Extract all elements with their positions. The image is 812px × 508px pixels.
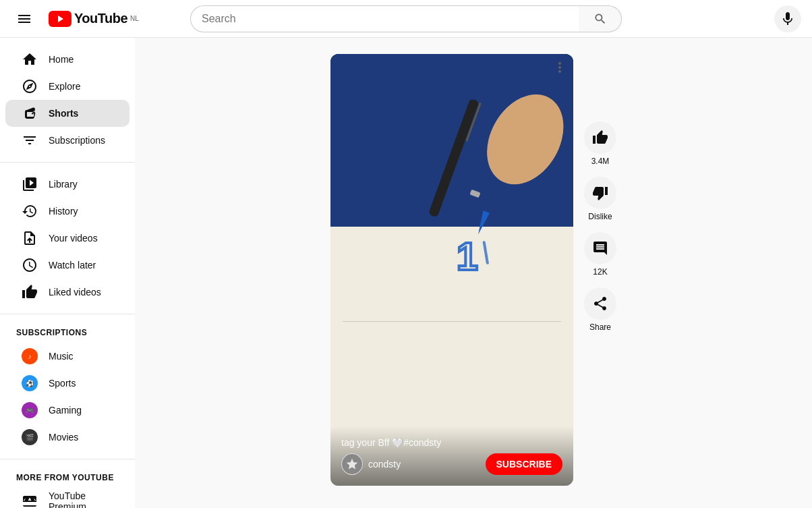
header-right — [666, 5, 801, 32]
comment-button[interactable]: 12K — [584, 232, 616, 277]
video-channel-row: condsty SUBSCRIBE — [341, 453, 562, 475]
dislike-label: Dislike — [588, 212, 612, 221]
svg-rect-4 — [428, 98, 480, 218]
dislike-icon-container — [584, 177, 616, 209]
sidebar-gaming-label: Gaming — [49, 405, 82, 416]
shorts-icon — [22, 105, 38, 121]
header-left: YouTubeNL — [11, 5, 146, 32]
video-more-options-button[interactable] — [552, 59, 568, 76]
like-count: 3.4M — [591, 157, 610, 166]
video-caption: tag your Bff 🤍#condsty — [341, 437, 562, 448]
svg-text:1: 1 — [457, 235, 478, 278]
sidebar-item-shorts[interactable]: Shorts — [5, 100, 129, 127]
sidebar-item-gaming[interactable]: 🎮 Gaming — [5, 397, 129, 424]
sidebar-your-videos-label: Your videos — [49, 233, 98, 244]
sidebar-liked-videos-label: Liked videos — [49, 287, 101, 298]
sidebar-home-label: Home — [49, 54, 74, 65]
explore-icon — [22, 78, 38, 94]
svg-rect-7 — [469, 190, 480, 198]
sidebar-divider-3 — [0, 459, 135, 459]
movies-avatar: 🎬 — [22, 429, 38, 445]
history-icon — [22, 203, 38, 219]
sidebar-item-library[interactable]: Library — [5, 171, 129, 198]
paper-line — [343, 321, 561, 322]
main-content: 1 tag your Bff 🤍#condsty — [135, 38, 812, 502]
svg-marker-5 — [475, 210, 490, 235]
video-content[interactable]: 1 tag your Bff 🤍#condsty — [330, 54, 573, 486]
thumbs-up-icon — [592, 130, 608, 146]
share-icon — [592, 295, 608, 312]
dislike-button[interactable]: Dislike — [584, 177, 616, 221]
youtube-wordmark: YouTube — [74, 11, 127, 26]
thumbs-down-icon — [592, 185, 608, 201]
sidebar-divider-2 — [0, 314, 135, 314]
sidebar-history-label: History — [49, 206, 78, 217]
shorts-container: 1 tag your Bff 🤍#condsty — [330, 54, 616, 486]
action-buttons: 3.4M Dislike 12K — [584, 54, 616, 332]
sidebar-item-history[interactable]: History — [5, 198, 129, 225]
sidebar-movies-label: Movies — [49, 432, 78, 443]
hand-with-pen: 1 — [415, 76, 573, 313]
channel-name: condsty — [368, 459, 480, 470]
sidebar-item-explore[interactable]: Explore — [5, 73, 129, 100]
sidebar-shorts-label: Shorts — [49, 108, 78, 119]
sidebar-item-your-videos[interactable]: Your videos — [5, 225, 129, 252]
header-center — [151, 5, 661, 32]
comment-count: 12K — [593, 267, 607, 277]
youtube-logo-icon — [49, 11, 71, 27]
content-area: 1 tag your Bff 🤍#condsty — [151, 54, 796, 486]
comment-icon-container — [584, 232, 616, 264]
sidebar-library-label: Library — [49, 179, 78, 190]
hamburger-button[interactable] — [11, 5, 38, 32]
subscriptions-section-title: SUBSCRIPTIONS — [0, 322, 135, 343]
share-button[interactable]: Share — [584, 287, 616, 332]
sidebar-item-sports[interactable]: ⚽ Sports — [5, 370, 129, 397]
subscribe-button[interactable]: SUBSCRIBE — [486, 453, 562, 475]
subscriptions-icon — [22, 132, 38, 148]
gaming-avatar: 🎮 — [22, 402, 38, 418]
search-input[interactable] — [190, 5, 579, 32]
comment-icon — [592, 240, 608, 256]
sidebar-item-watch-later[interactable]: Watch later — [5, 252, 129, 279]
like-icon-container — [584, 121, 616, 154]
sidebar-youtube-premium-label: YouTube Premium — [49, 490, 113, 502]
sidebar-explore-label: Explore — [49, 81, 80, 92]
search-button[interactable] — [579, 5, 622, 32]
youtube-country: NL — [130, 15, 139, 22]
more-options-icon — [552, 59, 568, 76]
share-icon-container — [584, 287, 616, 320]
shorts-video-card: 1 tag your Bff 🤍#condsty — [330, 54, 573, 486]
mic-icon — [780, 11, 796, 27]
sidebar-subscriptions-label: Subscriptions — [49, 135, 105, 146]
channel-avatar — [341, 453, 363, 475]
sidebar-watch-later-label: Watch later — [49, 260, 96, 271]
video-visual: 1 — [330, 54, 573, 486]
sidebar-item-movies[interactable]: 🎬 Movies — [5, 424, 129, 451]
svg-point-3 — [471, 80, 573, 198]
home-icon — [22, 51, 38, 67]
sidebar-music-label: Music — [49, 351, 74, 362]
sidebar-divider-1 — [0, 162, 135, 163]
sidebar-item-youtube-premium[interactable]: YouTube Premium — [5, 488, 129, 502]
sidebar-item-subscriptions[interactable]: Subscriptions — [5, 127, 129, 154]
sidebar: Home Explore Shorts Subscriptions Librar… — [0, 38, 135, 502]
like-button[interactable]: 3.4M — [584, 121, 616, 166]
search-container — [190, 5, 622, 32]
svg-line-9 — [484, 242, 488, 263]
premium-icon — [22, 493, 38, 502]
sports-avatar: ⚽ — [22, 375, 38, 391]
sidebar-item-liked-videos[interactable]: Liked videos — [5, 279, 129, 306]
library-icon — [22, 176, 38, 192]
sidebar-item-home[interactable]: Home — [5, 46, 129, 73]
sidebar-item-music[interactable]: ♪ Music — [5, 343, 129, 370]
liked-videos-icon — [22, 284, 38, 300]
mic-button[interactable] — [774, 5, 801, 32]
video-overlay: tag your Bff 🤍#condsty condsty SUBSCRIBE — [330, 426, 573, 486]
music-avatar: ♪ — [22, 348, 38, 364]
more-section-title: MORE FROM YOUTUBE — [0, 468, 135, 488]
search-icon — [593, 12, 607, 26]
watch-later-icon — [22, 257, 38, 273]
your-videos-icon — [22, 230, 38, 246]
header: YouTubeNL — [0, 0, 812, 38]
youtube-logo[interactable]: YouTubeNL — [49, 11, 139, 27]
